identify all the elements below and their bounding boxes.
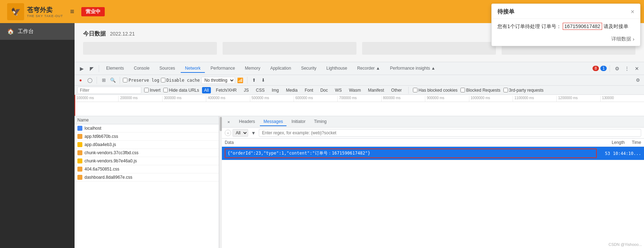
tab-network[interactable]: Network	[181, 64, 205, 73]
throttle-select[interactable]: No throttling	[201, 77, 235, 84]
blocked-cookies-check[interactable]: Has blocked cookies	[413, 88, 458, 93]
tab-lighthouse[interactable]: Lighthouse	[322, 64, 351, 73]
hide-data-urls-checkbox[interactable]	[163, 88, 168, 92]
popup-body-suffix: 请及时接单	[604, 23, 628, 29]
disable-cache-checkbox[interactable]	[161, 78, 165, 82]
filter-tag-ws[interactable]: WS	[333, 87, 344, 93]
msg-filter-input[interactable]	[259, 129, 641, 137]
filter-tag-manifest[interactable]: Manifest	[366, 87, 386, 93]
clear-btn[interactable]: ◯	[86, 76, 94, 84]
filter-tag-fetch-xhr[interactable]: Fetch/XHR	[214, 87, 239, 93]
invert-check[interactable]: Invert	[144, 88, 160, 93]
file-name-chunk-css: chunk-vendors.37cc3fbd.css	[84, 150, 138, 155]
settings-icon[interactable]: ⚙	[613, 64, 621, 73]
filter-tag-img[interactable]: Img	[269, 87, 281, 93]
popup-body: 您有1个订单待处理 订单号： 1671590617482 请及时接单	[492, 19, 640, 34]
record-btn[interactable]: ●	[77, 76, 84, 84]
file-item-chunk-js[interactable]: chunk-vendors.9b7e46a0.js	[75, 157, 219, 165]
filter-tag-css[interactable]: CSS	[254, 87, 267, 93]
menu-icon[interactable]: ≡	[70, 7, 75, 16]
file-icon-404-css	[77, 167, 82, 172]
file-item-app-css[interactable]: app.fd9b670b.css	[75, 133, 219, 141]
filter-icon[interactable]: ⊞	[100, 76, 108, 84]
file-list-scroll-thumb[interactable]	[220, 117, 222, 131]
hide-data-urls-check[interactable]: Hide data URLs	[163, 88, 199, 93]
app-body: 🏠 工作台 今日数据 2022.12.21	[0, 23, 644, 248]
timeline-cursor	[75, 95, 75, 116]
third-party-checkbox[interactable]	[503, 88, 508, 92]
status-badge[interactable]: 营业中	[81, 7, 105, 16]
filter-tag-other[interactable]: Other	[389, 87, 404, 93]
sidebar: 🏠 工作台	[0, 23, 75, 248]
search-icon[interactable]: 🔍	[109, 76, 117, 84]
popup-detail-link[interactable]: 详细数据 ›	[611, 36, 634, 42]
file-icon-app-css	[77, 134, 82, 139]
filter-tag-media[interactable]: Media	[284, 87, 300, 93]
message-list: {"orderId":23,"type":1,"content":"订单号：16…	[222, 147, 644, 248]
preserve-log-label: Preserve log	[129, 78, 159, 83]
blocked-requests-checkbox[interactable]	[460, 88, 465, 92]
file-item-localhost[interactable]: localhost	[75, 124, 219, 133]
filter-tag-doc[interactable]: Doc	[318, 87, 330, 93]
data-header-right: Length Time	[612, 140, 641, 145]
filter-tag-wasm[interactable]: Wasm	[347, 87, 363, 93]
tab-sources[interactable]: Sources	[155, 64, 179, 73]
tab-memory[interactable]: Memory	[241, 64, 264, 73]
third-party-label: 3rd-party requests	[509, 88, 544, 93]
file-item-chunk-css[interactable]: chunk-vendors.37cc3fbd.css	[75, 149, 219, 157]
file-icon-chunk-js	[77, 158, 82, 163]
preserve-log-check[interactable]: Preserve log	[123, 78, 159, 83]
tab-application[interactable]: Application	[266, 64, 295, 73]
tab-console[interactable]: Console	[130, 64, 154, 73]
device-icon[interactable]: ◤	[87, 64, 96, 73]
detail-tab-headers[interactable]: Headers	[235, 118, 258, 126]
tab-elements[interactable]: Elements	[102, 64, 128, 73]
file-item-404-css[interactable]: 404.6a750851.css	[75, 165, 219, 173]
detail-tab-messages[interactable]: Messages	[260, 118, 286, 126]
popup-detail-label: 详细数据	[611, 36, 631, 42]
tab-security[interactable]: Security	[297, 64, 321, 73]
popup-close-btn[interactable]: ×	[631, 8, 634, 16]
filter-tag-all[interactable]: All	[202, 87, 211, 93]
sidebar-item-workbench[interactable]: 🏠 工作台	[0, 23, 75, 40]
detail-panel: ✕ Headers Messages Initiator Timing ○ Al…	[222, 116, 644, 248]
tab-recorder[interactable]: Recorder ▲	[353, 64, 384, 73]
tab-performance-insights[interactable]: Performance insights ▲	[386, 64, 440, 73]
msg-type-select[interactable]: All	[233, 129, 248, 137]
msg-clear-btn[interactable]: ○	[225, 130, 231, 136]
close-devtools-icon[interactable]: ✕	[633, 64, 641, 73]
inspect-icon[interactable]: ▶	[77, 64, 86, 73]
wifi-icon[interactable]: 📶	[236, 76, 244, 84]
blocked-cookies-checkbox[interactable]	[413, 88, 417, 92]
logo-main-text: 苍穹外卖	[27, 6, 63, 14]
filter-tag-font[interactable]: Font	[302, 87, 315, 93]
tab-performance[interactable]: Performance	[206, 64, 239, 73]
tick-100000: 100000 ms	[75, 96, 118, 102]
time-column-label: Time	[632, 140, 641, 145]
invert-checkbox[interactable]	[144, 88, 149, 92]
popup-notification: 待接单 × 您有1个订单待处理 订单号： 1671590617482 请及时接单…	[491, 4, 640, 46]
detail-tab-timing[interactable]: Timing	[310, 118, 330, 126]
third-party-check[interactable]: 3rd-party requests	[503, 88, 544, 93]
detail-tab-initiator[interactable]: Initiator	[288, 118, 309, 126]
invert-label: Invert	[150, 88, 160, 93]
name-column-header: Name	[77, 118, 89, 123]
file-item-dashboard-css[interactable]: dashboard.8da8967e.css	[75, 173, 219, 182]
network-filter-bar: ● ◯ ⊞ 🔍 Preserve log Disable cache	[75, 75, 644, 86]
detail-close-btn[interactable]: ✕	[225, 118, 233, 126]
more-options-icon[interactable]: ⋮	[623, 64, 631, 73]
filter-sep-1	[97, 77, 97, 84]
timeline-graph	[75, 102, 644, 116]
download-icon[interactable]: ⬇	[260, 76, 267, 84]
filter-input[interactable]	[77, 87, 141, 94]
blocked-requests-check[interactable]: Blocked Requests	[460, 88, 501, 93]
file-item-app-js[interactable]: app.d0aa4eb3.js	[75, 141, 219, 149]
disable-cache-check[interactable]: Disable cache	[161, 78, 200, 83]
settings-network-icon[interactable]: ⚙	[634, 76, 642, 84]
message-row-1[interactable]: {"orderId":23,"type":1,"content":"订单号：16…	[222, 147, 644, 160]
filter-tag-js[interactable]: JS	[242, 87, 251, 93]
upload-icon[interactable]: ⬆	[250, 76, 258, 84]
msg-filter-dropdown[interactable]: ▼	[250, 129, 257, 137]
file-list-scrollbar[interactable]	[219, 116, 222, 248]
preserve-log-checkbox[interactable]	[123, 78, 127, 82]
